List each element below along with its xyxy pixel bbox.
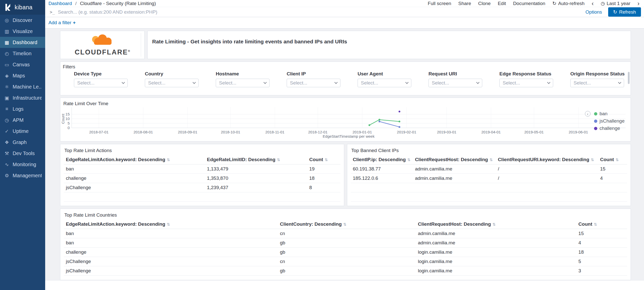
clone-button[interactable]: Clone bbox=[478, 1, 491, 6]
column-header[interactable]: ClientIP.ip: Descending⇅ bbox=[351, 155, 413, 164]
column-header[interactable]: EdgeRateLimitAction.keyword: Descending⇅ bbox=[64, 155, 205, 164]
share-button[interactable]: Share bbox=[458, 1, 471, 6]
top-rate-limit-actions-panel: Top Rate Limit Actions EdgeRateLimitActi… bbox=[60, 144, 344, 206]
table-cell: 1,353,870 bbox=[205, 174, 307, 183]
kibana-logo[interactable]: kibana bbox=[0, 0, 45, 15]
legend-item[interactable]: ban bbox=[594, 111, 625, 117]
sidebar-item[interactable]: ❖ Graph bbox=[0, 137, 45, 148]
panel-title: Top Rate Limit Countries bbox=[60, 209, 631, 219]
table-cell bbox=[351, 192, 413, 202]
sidebar-item[interactable]: ⚛ Machine Le... bbox=[0, 81, 45, 92]
svg-text:2018-07-01: 2018-07-01 bbox=[89, 130, 109, 134]
filter-field: Edge Response Status Select... bbox=[499, 71, 553, 87]
filter-select[interactable]: Select... bbox=[74, 79, 128, 87]
column-header[interactable]: EdgeRateLimitID: Descending⇅ bbox=[205, 155, 307, 164]
svg-text:2019-05-01: 2019-05-01 bbox=[524, 130, 544, 134]
legend-item[interactable]: challenge bbox=[594, 126, 625, 131]
filter-select[interactable]: Select... bbox=[287, 79, 340, 87]
full-screen-button[interactable]: Full screen bbox=[428, 1, 451, 6]
column-header[interactable]: ClientRequestHost: Descending⇅ bbox=[416, 219, 576, 229]
filter-field-label: User Agent bbox=[358, 71, 411, 77]
svg-text:Count: Count bbox=[61, 113, 65, 124]
cloudflare-logo-panel: CLOUDFLARE® bbox=[60, 31, 145, 59]
sidebar: kibana ◎ Discover ▥ Visualize ▦ Dashboar… bbox=[0, 0, 45, 290]
documentation-link[interactable]: Documentation bbox=[513, 1, 545, 6]
sidebar-item[interactable]: ◷ APM bbox=[0, 114, 45, 126]
column-header[interactable]: ClientRequestURI.keyword: Descending⇅ bbox=[496, 155, 598, 164]
column-header[interactable]: Count⇅ bbox=[598, 155, 627, 164]
table-row: jsChallenge1,239,4378 bbox=[64, 183, 340, 192]
sort-icon: ⇅ bbox=[167, 158, 170, 162]
sidebar-item[interactable]: ◈ Maps bbox=[0, 70, 45, 81]
options-link[interactable]: Options bbox=[585, 9, 602, 15]
svg-text:EdgeStartTimestamp per week: EdgeStartTimestamp per week bbox=[323, 134, 375, 138]
compass-icon: ◎ bbox=[4, 17, 10, 23]
scrollbar-thumb[interactable] bbox=[628, 72, 630, 84]
filter-select[interactable]: Select... bbox=[499, 79, 553, 87]
logs-icon: ≡ bbox=[4, 106, 10, 112]
sidebar-item[interactable]: ⚒ Dev Tools bbox=[0, 148, 45, 159]
time-range-button[interactable]: ◷ Last 1 year bbox=[601, 1, 630, 6]
sidebar-item[interactable]: ✓ Uptime bbox=[0, 126, 45, 137]
sidebar-item[interactable]: ⚙ Management bbox=[0, 170, 45, 181]
filter-fields: Device Type Select... Country Select... bbox=[60, 70, 631, 87]
sidebar-item[interactable]: ▣ Infrastructure bbox=[0, 92, 45, 103]
dev-tools-icon: ⚒ bbox=[4, 151, 10, 156]
sidebar-item[interactable]: ◎ Discover bbox=[0, 15, 45, 26]
auto-refresh-button[interactable]: ↻ Auto-refresh bbox=[552, 1, 584, 6]
table-cell: admin.camilia.me bbox=[416, 229, 576, 238]
time-back-button[interactable]: ‹ bbox=[592, 1, 594, 7]
table-cell: cn bbox=[278, 257, 416, 266]
search-input[interactable] bbox=[58, 9, 585, 15]
panel-title: Rate Limit Over Time bbox=[60, 98, 631, 106]
table-cell: ban bbox=[64, 229, 278, 238]
challenge-point bbox=[398, 111, 400, 112]
svg-text:15: 15 bbox=[65, 112, 70, 116]
legend-color-dot bbox=[594, 127, 597, 130]
table-cell: 15 bbox=[598, 164, 627, 174]
sidebar-item[interactable]: ∿ Monitoring bbox=[0, 159, 45, 170]
table-cell: 18 bbox=[576, 248, 627, 257]
sidebar-item[interactable]: ≡ Logs bbox=[0, 103, 45, 114]
jsChallenge-point bbox=[398, 126, 400, 128]
table-row-empty bbox=[64, 192, 340, 202]
column-header[interactable]: Count⇅ bbox=[307, 155, 340, 164]
infrastructure-icon: ▣ bbox=[4, 95, 10, 101]
top-banned-client-ips-panel: Top Banned Client IPs ClientIP.ip: Desce… bbox=[347, 144, 631, 206]
svg-text:2018-10-01: 2018-10-01 bbox=[221, 130, 240, 134]
add-filter-link[interactable]: Add a filter+ bbox=[48, 20, 76, 25]
column-header[interactable]: ClientRequestHost: Descending⇅ bbox=[413, 155, 496, 164]
maps-icon: ◈ bbox=[4, 73, 10, 79]
edit-button[interactable]: Edit bbox=[498, 1, 506, 6]
column-header[interactable]: Count⇅ bbox=[576, 219, 627, 229]
table-header-row: EdgeRateLimitAction.keyword: Descending⇅… bbox=[64, 219, 627, 229]
filter-select[interactable]: Select... bbox=[570, 79, 624, 87]
breadcrumb-dashboard-link[interactable]: Dashboard bbox=[48, 1, 72, 6]
table-row: jsChallengegblogin.camilia.me3 bbox=[64, 266, 627, 276]
refresh-button[interactable]: ↻ Refresh bbox=[608, 7, 641, 17]
cloudflare-cloud-icon bbox=[84, 34, 121, 48]
filter-select[interactable]: Select... bbox=[216, 79, 270, 87]
legend-item[interactable]: jsChallenge bbox=[594, 118, 625, 124]
filter-select[interactable]: Select... bbox=[358, 79, 411, 87]
sort-icon: ⇅ bbox=[167, 222, 170, 226]
time-forward-button[interactable]: › bbox=[637, 1, 639, 7]
filter-select[interactable]: Select... bbox=[428, 79, 482, 87]
column-header[interactable]: EdgeRateLimitAction.keyword: Descending⇅ bbox=[64, 219, 278, 229]
sidebar-item[interactable]: ◴ Timelion bbox=[0, 48, 45, 59]
sidebar-item[interactable]: ▭ Canvas bbox=[0, 59, 45, 70]
table-cell: 4 bbox=[576, 238, 627, 248]
table-cell: 4 bbox=[598, 174, 627, 183]
column-header[interactable]: ClientCountry: Descending⇅ bbox=[278, 219, 416, 229]
table-cell: jsChallenge bbox=[64, 183, 205, 192]
filter-select[interactable]: Select... bbox=[145, 79, 199, 87]
table-row: jsChallengecnlogin.camilia.me5 bbox=[64, 257, 627, 266]
sidebar-item[interactable]: ▦ Dashboard bbox=[0, 37, 45, 48]
filter-select-value: Select... bbox=[574, 80, 591, 86]
banned-ips-table-container: ClientIP.ip: Descending⇅ClientRequestHos… bbox=[347, 155, 631, 206]
chevron-down-icon bbox=[122, 81, 125, 84]
legend-toggle-icon[interactable]: ‹ bbox=[585, 111, 591, 117]
legend-color-dot bbox=[594, 112, 597, 115]
sidebar-item[interactable]: ▥ Visualize bbox=[0, 26, 45, 37]
table-cell bbox=[64, 202, 205, 206]
